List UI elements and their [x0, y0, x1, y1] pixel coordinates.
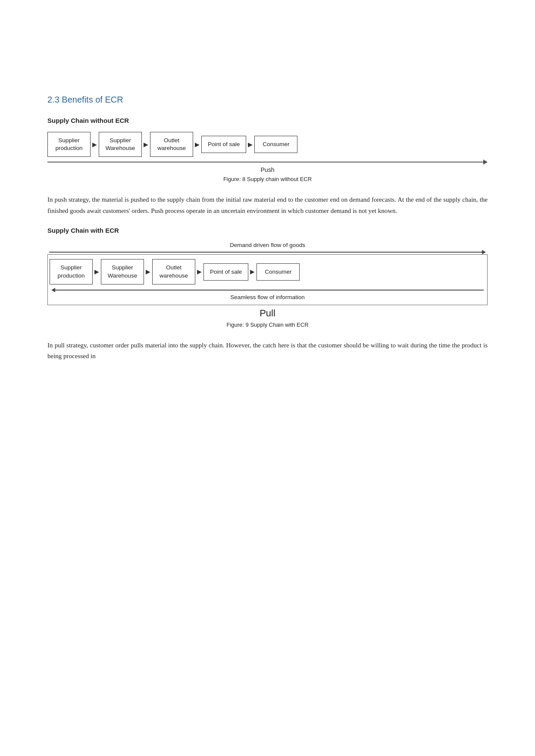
push-bar-line [47, 162, 483, 162]
paragraph-2: In pull strategy, customer order pulls m… [47, 340, 488, 362]
arrow-2 [142, 141, 150, 148]
ecr-outer-border: Supplierproduction SupplierWarehouse Out… [47, 254, 488, 305]
push-bar [47, 159, 488, 165]
box-supplier-production-2: Supplierproduction [50, 259, 93, 284]
arrow-1 [91, 141, 99, 148]
demand-label: Demand driven flow of goods [47, 242, 488, 248]
box-outlet-warehouse-1: Outletwarehouse [150, 132, 193, 157]
paragraph-1: In push strategy, the material is pushed… [47, 194, 488, 216]
box-consumer-1: Consumer [254, 136, 297, 153]
box-supplier-production-1: Supplierproduction [47, 132, 91, 157]
seamless-label: Seamless flow of information [50, 294, 485, 300]
box-consumer-2: Consumer [257, 263, 300, 281]
push-bar-arrowhead [483, 159, 488, 165]
chain-row-2: Supplierproduction SupplierWarehouse Out… [50, 259, 485, 284]
arrow-4 [246, 141, 254, 148]
box-supplier-warehouse-1: SupplierWarehouse [99, 132, 142, 157]
arrow-3 [193, 141, 201, 148]
pull-label: Pull [47, 308, 488, 319]
subsection1-title: Supply Chain without ECR [47, 117, 488, 124]
box-point-of-sale-2: Point of sale [203, 263, 248, 281]
chain-row-1: Supplierproduction SupplierWarehouse Out… [47, 132, 488, 157]
arrow-8 [248, 268, 257, 275]
push-bar-container: Push [47, 159, 488, 173]
diagram-without-ecr: Supplierproduction SupplierWarehouse Out… [47, 132, 488, 182]
box-point-of-sale-1: Point of sale [201, 136, 246, 153]
push-label: Push [47, 166, 488, 173]
diagram-with-ecr: Demand driven flow of goods Supplierprod… [47, 242, 488, 328]
section-title: 2.3 Benefits of ECR [47, 95, 488, 105]
box-supplier-warehouse-2: SupplierWarehouse [101, 259, 144, 284]
arrow-7 [195, 268, 203, 275]
arrow-5 [93, 268, 101, 275]
arrow-6 [144, 268, 152, 275]
figure-caption-1: Figure: 8 Supply chain without ECR [47, 176, 488, 182]
figure-caption-2: Figure: 9 Supply Chain with ECR [47, 322, 488, 328]
box-outlet-warehouse-2: Outletwarehouse [152, 259, 195, 284]
subsection2-title: Supply Chain with ECR [47, 227, 488, 234]
